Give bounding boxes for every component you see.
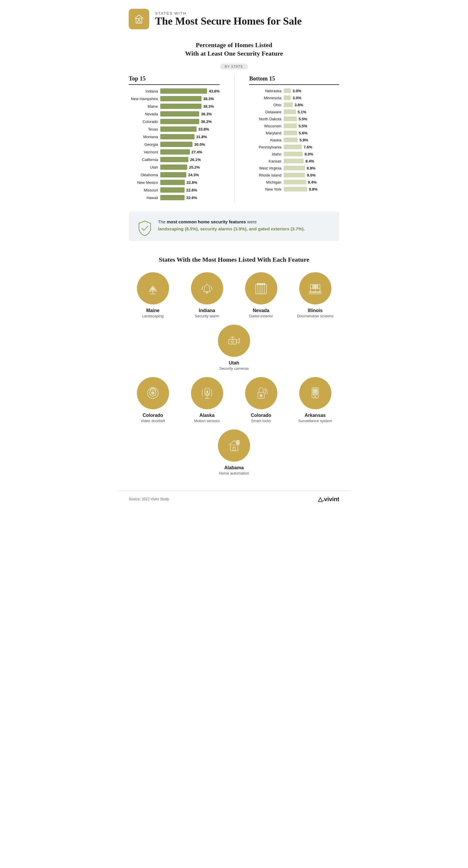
chart-value: 5.5% bbox=[299, 124, 307, 128]
chart-bar-container: 30.0% bbox=[160, 142, 220, 147]
svg-rect-25 bbox=[315, 285, 317, 288]
feature-state-colorado-smart: Colorado bbox=[251, 413, 271, 418]
chart-label: West Virginia bbox=[249, 166, 281, 170]
chart-bar bbox=[160, 126, 197, 132]
chart-bar bbox=[284, 166, 305, 170]
feature-circle-illinois bbox=[299, 272, 331, 305]
feature-circle-indiana bbox=[191, 272, 223, 305]
svg-point-28 bbox=[232, 341, 233, 342]
chart-value: 3.0% bbox=[293, 96, 301, 100]
top15-row: Maine38.3% bbox=[129, 104, 220, 109]
top15-row: Montana31.8% bbox=[129, 134, 220, 140]
top15-row: Vermont27.4% bbox=[129, 149, 220, 155]
chart-label: Nevada bbox=[129, 112, 158, 116]
chart-value: 8.0% bbox=[304, 152, 313, 156]
chart-bar-container: 8.9% bbox=[284, 166, 339, 170]
chart-bar-container: 3.0% bbox=[284, 95, 339, 100]
footer: Source: 2022 Vivint Study △.vivint bbox=[117, 491, 351, 507]
svg-rect-47 bbox=[230, 445, 238, 451]
svg-rect-24 bbox=[312, 285, 314, 288]
bottom15-row: Delaware5.1% bbox=[249, 110, 339, 114]
bottom15-row: West Virginia8.9% bbox=[249, 166, 339, 170]
svg-rect-1 bbox=[138, 21, 140, 23]
bottom15-row: Maryland5.6% bbox=[249, 130, 339, 135]
chart-bar bbox=[160, 187, 185, 193]
feature-item-colorado-video: Colorado Video doorbell bbox=[134, 377, 172, 424]
shield-icon bbox=[137, 220, 152, 234]
chart-bar-container: 38.3% bbox=[160, 104, 220, 109]
info-box: The most common home security features w… bbox=[129, 211, 339, 241]
feature-state-utah: Utah bbox=[229, 360, 239, 366]
feature-circle-utah bbox=[218, 325, 250, 357]
chart-bar bbox=[284, 137, 298, 142]
chart-value: 22.6% bbox=[186, 188, 197, 192]
top15-row: New Mexico22.8% bbox=[129, 180, 220, 185]
by-state-text: BY STATE bbox=[220, 64, 248, 69]
chart-bar-container: 8.0% bbox=[284, 152, 339, 156]
chart-bar-container: 5.1% bbox=[284, 110, 339, 114]
chart-bar bbox=[284, 102, 293, 107]
top15-rows: Indiana43.6%New Hampshire38.3%Maine38.3%… bbox=[129, 88, 220, 200]
chart-value: 7.6% bbox=[304, 145, 312, 149]
feature-circle-maine bbox=[137, 272, 169, 305]
chart-bar-container: 9.0% bbox=[284, 173, 339, 177]
chart-value: 24.3% bbox=[188, 173, 199, 177]
top15-row: California26.1% bbox=[129, 157, 220, 162]
chart-value: 22.8% bbox=[187, 180, 197, 185]
chart-value: 5.6% bbox=[299, 131, 308, 135]
chart-value: 27.4% bbox=[192, 150, 202, 154]
feature-item-nevada: Nevada Gated exterior bbox=[242, 272, 280, 319]
chart-bar bbox=[160, 164, 187, 170]
chart-label: Maine bbox=[129, 104, 158, 108]
chart-bar bbox=[160, 88, 207, 94]
top15-row: Texas33.8% bbox=[129, 126, 220, 132]
chart-label: Kansas bbox=[249, 159, 281, 163]
feature-state-nevada: Nevada bbox=[253, 308, 269, 313]
feature-label-alaska: Motion sensors bbox=[194, 418, 220, 424]
feature-circle-colorado-smart bbox=[245, 377, 277, 409]
chart-label: New Mexico bbox=[129, 180, 158, 185]
feature-state-alaska: Alaska bbox=[199, 413, 215, 418]
chart-value: 36.3% bbox=[201, 112, 212, 116]
features-title: States With the Most Homes Listed With E… bbox=[129, 256, 339, 264]
feature-circle-arkansas bbox=[299, 377, 331, 409]
chart-bar-container: 27.4% bbox=[160, 149, 220, 155]
info-box-text: The most common home security features w… bbox=[158, 218, 305, 232]
chart-bar bbox=[284, 117, 297, 121]
bottom15-rows: Nebraska3.0%Minnesota3.0%Ohio3.8%Delawar… bbox=[249, 88, 339, 191]
top15-row: Indiana43.6% bbox=[129, 88, 220, 94]
chart-bar-container: 3.0% bbox=[284, 88, 339, 93]
feature-label-colorado-video: Video doorbell bbox=[141, 418, 165, 424]
chart-label: Maryland bbox=[249, 131, 281, 135]
bottom15-row: Alaska5.9% bbox=[249, 137, 339, 142]
feature-state-illinois: Illinois bbox=[308, 308, 323, 313]
chart-value: 5.1% bbox=[298, 110, 306, 114]
top15-row: New Hampshire38.3% bbox=[129, 96, 220, 101]
chart-label: Georgia bbox=[129, 142, 158, 147]
chart-value: 31.8% bbox=[196, 135, 207, 139]
feature-item-indiana: Indiana Security alarm bbox=[188, 272, 226, 319]
chart-bar-container: 9.4% bbox=[284, 180, 339, 184]
chart-label: Nebraska bbox=[249, 89, 281, 93]
chart-label: Minnesota bbox=[249, 96, 281, 100]
bottom15-row: Ohio3.8% bbox=[249, 102, 339, 107]
svg-point-6 bbox=[206, 291, 208, 293]
feature-state-indiana: Indiana bbox=[199, 308, 215, 313]
bottom15-row: Idaho8.0% bbox=[249, 152, 339, 156]
chart-bar-container: 31.8% bbox=[160, 134, 220, 140]
svg-point-2 bbox=[138, 19, 139, 20]
chart-label: Idaho bbox=[249, 152, 281, 156]
feature-circle-alaska bbox=[191, 377, 223, 409]
feature-item-alaska: Alaska Motion sensors bbox=[188, 377, 226, 424]
chart-bar bbox=[160, 180, 185, 185]
svg-point-17 bbox=[260, 283, 261, 284]
chart-bar-container: 43.6% bbox=[160, 88, 220, 94]
svg-point-36 bbox=[206, 391, 208, 393]
chart-label: Indiana bbox=[129, 89, 158, 93]
chart-label: Pennsylvania bbox=[249, 145, 281, 149]
feature-circle-alabama bbox=[218, 430, 250, 462]
feature-item-colorado-smart: Colorado Smart locks bbox=[242, 377, 280, 424]
chart-bar-container: 33.8% bbox=[160, 126, 220, 132]
feature-label-colorado-smart: Smart locks bbox=[251, 418, 271, 424]
feature-state-maine: Maine bbox=[146, 308, 159, 313]
